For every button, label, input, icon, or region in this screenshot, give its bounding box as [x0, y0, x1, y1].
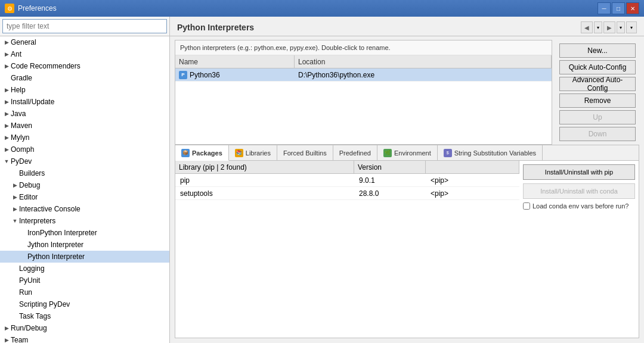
load-conda-text: Load conda env vars before run?	[532, 202, 628, 210]
remove-button[interactable]: Remove	[559, 93, 636, 108]
right-panel: Python Interpreters ◀ ▾ ▶ ▾ ▾ Python int…	[170, 17, 644, 343]
sidebar-label-editor: Editor	[19, 193, 38, 201]
maximize-button[interactable]: □	[612, 2, 625, 14]
arrow-interpreters	[11, 217, 19, 225]
sidebar-label-general: General	[11, 38, 36, 46]
sidebar-item-builders[interactable]: Builders	[0, 167, 169, 179]
sidebar-item-code-recommenders[interactable]: Code Recommenders	[0, 60, 169, 72]
sidebar-label-oomph: Oomph	[11, 145, 34, 154]
sidebar-item-debug[interactable]: Debug	[0, 179, 169, 191]
sidebar-label-interpreters: Interpreters	[19, 217, 55, 225]
sidebar-item-logging[interactable]: Logging	[0, 263, 169, 275]
pkg-table-header: Library (pip | 2 found) Version	[175, 161, 519, 174]
quick-auto-config-button[interactable]: Quick Auto-Config	[559, 60, 636, 74]
tab-libraries[interactable]: 📚 Libraries	[229, 145, 277, 160]
pkg-row-setuptools[interactable]: setuptools 28.8.0 <pip>	[175, 187, 519, 200]
sidebar-item-oomph[interactable]: Oomph	[0, 144, 169, 155]
sidebar-item-pyunit[interactable]: PyUnit	[0, 275, 169, 286]
advanced-auto-config-button[interactable]: Advanced Auto-Config	[559, 77, 636, 91]
sidebar-item-pydev[interactable]: PyDev	[0, 155, 169, 167]
tab-string-substitution-label: String Substitution Variables	[454, 149, 536, 157]
back-button[interactable]: ◀	[581, 21, 593, 33]
pkg-th-rest	[426, 161, 519, 173]
pkg-lib-pip: pip	[175, 175, 354, 186]
sidebar-item-run[interactable]: Run	[0, 286, 169, 298]
close-button[interactable]: ✕	[626, 2, 639, 14]
tab-packages[interactable]: 📦 Packages	[175, 145, 229, 161]
tab-packages-label: Packages	[192, 149, 222, 157]
sidebar-item-help[interactable]: Help	[0, 84, 169, 96]
tab-forced-builtins-label: Forced Builtins	[283, 149, 327, 157]
sidebar-item-general[interactable]: General	[0, 36, 169, 48]
sidebar-label-ant: Ant	[11, 50, 21, 58]
sidebar-label-python-interpreter: Python Interpreter	[27, 252, 85, 261]
sidebar-item-interactive-console[interactable]: Interactive Console	[0, 203, 169, 215]
sidebar-label-install-update: Install/Update	[11, 98, 54, 106]
arrow-code-recommenders	[2, 62, 11, 70]
sidebar-item-python-interpreter[interactable]: Python Interpreter	[0, 251, 169, 263]
tab-predefined[interactable]: Predefined	[333, 145, 377, 160]
pkg-th-version: Version	[354, 161, 426, 173]
arrow-team	[2, 336, 11, 343]
app-icon: ⚙	[5, 4, 14, 13]
pkg-rest-setuptools: <pip>	[426, 188, 519, 199]
sidebar-item-scripting-pydev[interactable]: Scripting PyDev	[0, 298, 169, 310]
tab-string-substitution[interactable]: $ String Substitution Variables	[438, 145, 543, 160]
sidebar-label-scripting-pydev: Scripting PyDev	[19, 300, 70, 308]
load-conda-label[interactable]: Load conda env vars before run?	[523, 202, 635, 210]
python-icon: P	[179, 71, 187, 79]
interp-location-python36: D:\Python36\python.exe	[295, 70, 552, 80]
tab-environment[interactable]: 🌿 Environment	[377, 145, 438, 160]
sidebar-label-team: Team	[11, 336, 28, 343]
forward-dropdown[interactable]: ▾	[617, 21, 625, 33]
back-dropdown[interactable]: ▾	[594, 21, 602, 33]
tab-forced-builtins[interactable]: Forced Builtins	[277, 145, 333, 160]
pkg-row-pip[interactable]: pip 9.0.1 <pip>	[175, 174, 519, 187]
hint-text: Python interpreters (e.g.: python.exe, p…	[175, 40, 552, 55]
sidebar-item-team[interactable]: Team	[0, 334, 169, 343]
sidebar-item-maven[interactable]: Maven	[0, 120, 169, 132]
forward-button[interactable]: ▶	[603, 21, 615, 33]
panel-title: Python Interpreters	[177, 23, 254, 32]
sidebar-item-jython-interpreter[interactable]: Jython Interpreter	[0, 239, 169, 251]
sidebar-item-mylyn[interactable]: Mylyn	[0, 132, 169, 144]
sidebar-item-java[interactable]: Java	[0, 108, 169, 120]
install-uninstall-conda-button[interactable]: Install/Uninstall with conda	[523, 183, 635, 199]
sidebar: General Ant Code Recommenders Gradle Hel…	[0, 17, 170, 343]
interpreter-row-python36[interactable]: P Python36 D:\Python36\python.exe	[175, 68, 552, 82]
window-controls[interactable]: ─ □ ✕	[597, 2, 639, 14]
sidebar-label-logging: Logging	[19, 264, 45, 273]
sidebar-label-ironpython-interpreter: IronPython Interpreter	[27, 229, 97, 237]
load-conda-checkbox[interactable]	[523, 202, 530, 210]
sidebar-item-ant[interactable]: Ant	[0, 48, 169, 60]
arrow-mylyn	[2, 133, 11, 142]
environment-tab-icon: 🌿	[383, 149, 392, 157]
sidebar-item-gradle[interactable]: Gradle	[0, 72, 169, 84]
new-button[interactable]: New...	[559, 43, 636, 58]
interpreters-panel: Python interpreters (e.g.: python.exe, p…	[175, 40, 552, 145]
sidebar-label-builders: Builders	[19, 169, 45, 177]
history-dropdown[interactable]: ▾	[626, 21, 637, 33]
sidebar-label-jython-interpreter: Jython Interpreter	[27, 241, 83, 249]
libraries-tab-icon: 📚	[235, 149, 243, 157]
pip-buttons: Install/Uninstall with pip Install/Unins…	[519, 161, 639, 338]
sidebar-item-task-tags[interactable]: Task Tags	[0, 310, 169, 322]
pkg-rest-pip: <pip>	[426, 175, 519, 186]
sidebar-item-ironpython-interpreter[interactable]: IronPython Interpreter	[0, 227, 169, 239]
interpreter-buttons: New... Quick Auto-Config Advanced Auto-C…	[556, 40, 639, 145]
pkg-ver-setuptools: 28.8.0	[354, 188, 426, 199]
th-location: Location	[295, 55, 552, 68]
sidebar-item-install-update[interactable]: Install/Update	[0, 96, 169, 108]
arrow-general	[2, 38, 11, 46]
filter-input[interactable]	[2, 19, 167, 33]
sidebar-item-run-debug[interactable]: Run/Debug	[0, 322, 169, 334]
sidebar-label-pydev: PyDev	[11, 157, 32, 166]
sidebar-item-interpreters[interactable]: Interpreters	[0, 215, 169, 227]
tab-environment-label: Environment	[394, 149, 431, 157]
up-button[interactable]: Up	[559, 110, 636, 124]
sidebar-item-editor[interactable]: Editor	[0, 191, 169, 203]
down-button[interactable]: Down	[559, 127, 636, 141]
minimize-button[interactable]: ─	[597, 2, 611, 14]
install-uninstall-pip-button[interactable]: Install/Uninstall with pip	[523, 164, 635, 180]
arrow-editor	[11, 193, 19, 201]
